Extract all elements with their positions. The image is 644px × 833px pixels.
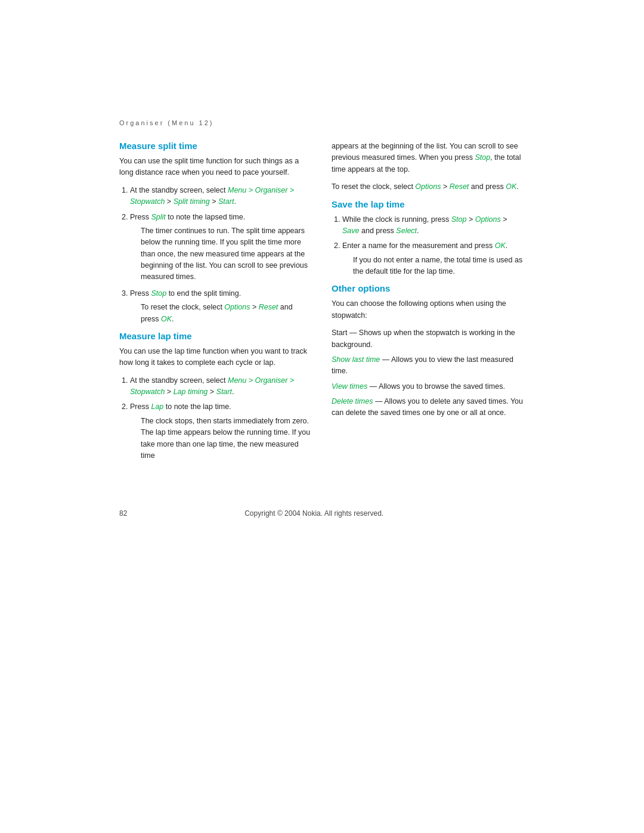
lap-step1-link3: Start — [216, 388, 232, 396]
lap-step1-text1: At the standby screen, select — [130, 376, 228, 385]
section-other-options: Other options You can choose the followi… — [332, 283, 525, 419]
section-title-lap: Measure lap time — [119, 331, 312, 341]
split-step3-text2: to end the split timing. — [166, 289, 241, 298]
right-reset-text2: > — [441, 182, 449, 191]
right-column: appears at the beginning of the list. Yo… — [332, 141, 525, 467]
save-step1-link1: Stop — [451, 215, 467, 224]
header-label: Organiser (Menu 12) — [119, 119, 525, 126]
footer-copyright: Copyright © 2004 Nokia. All rights reser… — [244, 509, 383, 518]
split-steps: At the standby screen, select Menu > Org… — [119, 185, 312, 325]
option-show-last-link: Show last time — [332, 355, 380, 364]
lap-step2-text2: to note the lap time. — [163, 402, 231, 411]
option-delete-times: Delete times — Allows you to delete any … — [332, 396, 525, 419]
save-step2-link: OK — [495, 241, 506, 250]
option-view-times-text: — Allows you to browse the saved times. — [367, 382, 505, 391]
save-lap-steps: While the clock is running, press Stop >… — [332, 214, 525, 278]
lap-sub-para: The clock stops, then starts immediately… — [141, 416, 312, 462]
split-step-2: Press Split to note the lapsed time. The… — [130, 212, 312, 283]
option-show-last: Show last time — Allows you to view the … — [332, 354, 525, 377]
section-measure-split: Measure split time You can use the split… — [119, 141, 312, 325]
save-lap-step-1: While the clock is running, press Stop >… — [342, 214, 525, 237]
save-step1-text3: > — [501, 215, 507, 224]
lap-step-2: Press Lap to note the lap time. The cloc… — [130, 401, 312, 462]
lap-step1-text3: > — [208, 388, 216, 396]
save-step1-text5: . — [417, 227, 419, 235]
split-step3-stop: Stop — [151, 289, 166, 298]
split-step-1: At the standby screen, select Menu > Org… — [130, 185, 312, 208]
lap-step2-text1: Press — [130, 402, 151, 411]
split-step1-link3: Start — [218, 197, 234, 206]
right-stop-link: Stop — [475, 153, 490, 162]
split-step2-link: Split — [151, 213, 165, 221]
footer: 82 Copyright © 2004 Nokia. All rights re… — [119, 503, 525, 518]
left-column: Measure split time You can use the split… — [119, 141, 312, 467]
right-reset-link3: OK — [506, 182, 516, 191]
split-reset-para: To reset the clock, select Options > Res… — [141, 302, 312, 325]
save-lap-step-2: Enter a name for the measurement and pre… — [342, 240, 525, 277]
right-reset-link2: Reset — [450, 182, 469, 191]
option-view-times: View times — Allows you to browse the sa… — [332, 381, 525, 392]
split-intro: You can use the split time function for … — [119, 156, 312, 179]
section-measure-lap: Measure lap time You can use the lap tim… — [119, 331, 312, 462]
split-step3-text1: Press — [130, 289, 151, 298]
lap-step2-link: Lap — [151, 402, 163, 411]
section-title-save-lap: Save the lap time — [332, 199, 525, 209]
save-step1-link3: Save — [342, 227, 360, 235]
save-step1-link2: Options — [475, 215, 501, 224]
right-reset-link1: Options — [415, 182, 441, 191]
split-step1-text1: At the standby screen, select — [130, 186, 228, 194]
option-delete-times-link: Delete times — [332, 397, 373, 405]
split-step2-text2: to note the lapsed time. — [166, 213, 245, 221]
right-continued-text: appears at the beginning of the list. Yo… — [332, 141, 525, 175]
option-start-label: Start — [332, 329, 347, 337]
option-start-text: — Shows up when the stopwatch is working… — [332, 329, 515, 348]
split-reset-link1: Options — [224, 303, 250, 311]
split-reset-text2: > — [250, 303, 258, 311]
split-step1-text3: > — [210, 197, 218, 206]
split-reset-link2: Reset — [259, 303, 278, 311]
lap-step-1: At the standby screen, select Menu > Org… — [130, 375, 312, 398]
other-options-intro: You can choose the following options whe… — [332, 298, 525, 321]
split-sub-para: The timer continues to run. The split ti… — [141, 225, 312, 283]
lap-step1-text2: > — [165, 388, 173, 396]
section-title-split: Measure split time — [119, 141, 312, 151]
section-save-lap: Save the lap time While the clock is run… — [332, 199, 525, 278]
right-reset-text1: To reset the clock, select — [332, 182, 415, 191]
split-step1-text2: > — [165, 197, 173, 206]
split-reset-text1: To reset the clock, select — [141, 303, 224, 311]
save-step1-text4: and press — [360, 227, 397, 235]
option-start: Start — Shows up when the stopwatch is w… — [332, 327, 525, 351]
lap-step1-text4: . — [232, 388, 234, 396]
split-reset-link3: OK — [161, 315, 172, 323]
split-step-3: Press Stop to end the split timing. To r… — [130, 288, 312, 325]
save-step2-text1: Enter a name for the measurement and pre… — [342, 241, 495, 250]
lap-steps: At the standby screen, select Menu > Org… — [119, 375, 312, 462]
footer-page-number: 82 — [119, 509, 127, 518]
lap-intro: You can use the lap time function when y… — [119, 346, 312, 369]
split-step1-text4: . — [234, 197, 236, 206]
right-reset-text3: and press — [469, 182, 506, 191]
save-step1-text1: While the clock is running, press — [342, 215, 451, 224]
save-step2-text2: . — [506, 241, 507, 250]
right-reset-text4: . — [516, 182, 518, 191]
save-sub-para: If you do not enter a name, the total ti… — [353, 255, 525, 278]
lap-step1-link2: Lap timing — [174, 388, 208, 396]
right-reset-text: To reset the clock, select Options > Res… — [332, 181, 525, 193]
save-step1-link4: Select — [396, 227, 417, 235]
split-step2-text1: Press — [130, 213, 151, 221]
split-step1-link2: Split timing — [174, 197, 210, 206]
section-title-other-options: Other options — [332, 283, 525, 293]
option-view-times-link: View times — [332, 382, 367, 391]
split-reset-text4: . — [172, 315, 174, 323]
save-step1-text2: > — [466, 215, 475, 224]
